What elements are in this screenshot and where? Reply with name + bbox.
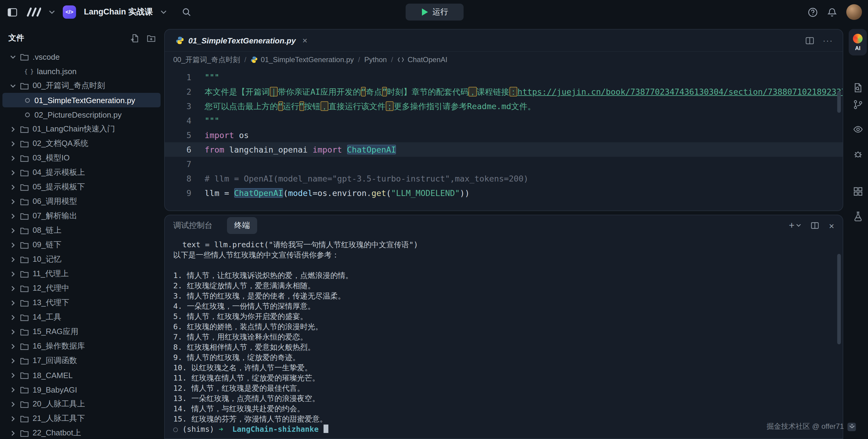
breadcrumb-folder[interactable]: 00_开篇词_奇点时刻 [173,55,240,65]
breadcrumb-language[interactable]: Python [364,56,387,64]
terminal-line: 以下是一些情人节红玫瑰的中文宣传语供你参考： [173,250,843,260]
extensions-grid-icon[interactable] [850,184,865,198]
tree-folder-08_链上[interactable]: 08_链上 [2,223,161,238]
tree-folder-.vscode[interactable]: .vscode [2,49,161,64]
ai-assistant-button[interactable]: AI [849,29,867,56]
terminal-line: 7. 情人节，用红玫瑰诠释永恒的爱恋。 [173,332,843,342]
close-icon[interactable]: × [302,36,307,45]
run-button[interactable]: 运行 [406,4,464,21]
git-branch-icon[interactable] [850,97,865,111]
tree-folder-01_LangChain快速入门[interactable]: 01_LangChain快速入门 [2,122,161,136]
code-line-3[interactable]: 3您可以点击最上方的“运行”按钮，直接运行该文件；更多操作指引请参考Readme… [165,99,843,113]
tree-folder-14_工具[interactable]: 14_工具 [2,310,161,325]
chevron-right-icon [10,126,16,132]
tree-folder-18_CAMEL[interactable]: 18_CAMEL [2,368,161,382]
file-tree: .vscode{ }launch.json00_开篇词_奇点时刻01_Simpl… [0,49,164,439]
code-line-1[interactable]: 1""" [165,70,843,85]
help-icon[interactable] [808,7,818,17]
code-line-9[interactable]: 9llm = ChatOpenAI(model=os.environ.get("… [165,186,843,200]
terminal-cursor[interactable] [323,425,329,433]
code-area[interactable]: 1"""2本文件是【开篇词｜带你亲证AI应用开发的“奇点”时刻】章节的配套代码，… [165,68,843,200]
code-link[interactable]: https://juejin.cn/book/73877023474361303… [518,87,843,97]
new-file-button[interactable] [130,33,140,42]
tree-folder-17_回调函数[interactable]: 17_回调函数 [2,353,161,368]
tree-folder-16_操作数据库[interactable]: 16_操作数据库 [2,339,161,353]
new-terminal-button[interactable]: + [789,220,801,231]
tree-folder-03_模型IO[interactable]: 03_模型IO [2,151,161,165]
more-actions-icon[interactable]: ··· [823,36,833,45]
ai-label: AI [855,45,861,51]
tree-folder-11_代理上[interactable]: 11_代理上 [2,267,161,281]
tree-folder-06_调用模型[interactable]: 06_调用模型 [2,194,161,209]
tree-folder-15_RAG应用[interactable]: 15_RAG应用 [2,325,161,339]
breadcrumb-separator: / [244,56,246,64]
tree-folder-05_提示模板下[interactable]: 05_提示模板下 [2,180,161,194]
folder-icon [20,342,29,351]
explorer-title: 文件 [8,33,24,43]
app-logo-icon[interactable] [25,7,41,17]
search-icon[interactable] [182,7,191,17]
chevron-down-icon[interactable] [161,10,166,14]
split-editor-icon[interactable] [805,36,814,45]
terminal-output[interactable]: text = llm.predict("请给我写一句情人节红玫瑰的中文宣传语")… [165,236,843,434]
sidebar-toggle-button[interactable] [7,7,18,17]
new-folder-button[interactable] [147,33,156,42]
notifications-bell-icon[interactable] [827,7,837,17]
folder-icon [20,327,29,336]
editor-tab[interactable]: 01_SimpleTextGeneration.py × [169,30,313,51]
file-explorer: 文件 .vscode{ }launch.json00_开篇词_奇点时刻01_Si… [0,24,164,439]
symbol-class-icon [397,56,404,63]
tree-file-01_SimpleTextGeneration.py[interactable]: 01_SimpleTextGeneration.py [2,93,161,107]
chevron-down-icon[interactable] [49,10,55,14]
ide-window: </> LangChain 实战课 运行 [0,0,868,439]
tree-folder-04_提示模板上[interactable]: 04_提示模板上 [2,165,161,180]
breadcrumb-file[interactable]: 01_SimpleTextGeneration.py [250,56,354,64]
breadcrumb-separator: / [358,56,360,64]
terminal-prompt[interactable]: ○ (shims) ➜ LangChain-shizhanke [173,424,843,434]
close-panel-icon[interactable]: × [829,221,834,231]
tree-folder-21_人脉工具下[interactable]: 21_人脉工具下 [2,411,161,426]
tree-folder-00_开篇词_奇点时刻[interactable]: 00_开篇词_奇点时刻 [2,78,161,93]
file-search-icon[interactable] [850,80,865,95]
code-line-8[interactable]: 8# llm = OpenAI(model_name="gpt-3.5-turb… [165,171,843,186]
code-line-4[interactable]: 4""" [165,113,843,128]
test-beaker-icon[interactable] [850,209,865,223]
tree-folder-20_人脉工具上[interactable]: 20_人脉工具上 [2,397,161,411]
tree-item-label: 08_链上 [33,225,61,236]
breadcrumb-symbol[interactable]: ChatOpenAI [397,56,447,64]
preview-eye-icon[interactable] [850,122,865,136]
split-terminal-icon[interactable] [811,221,819,230]
user-avatar[interactable] [846,4,862,20]
breadcrumb-file-label: 01_SimpleTextGeneration.py [261,56,354,64]
code-token: ” [299,101,304,111]
tab-debug-console[interactable]: 调试控制台 [173,220,213,231]
tree-folder-09_链下[interactable]: 09_链下 [2,238,161,252]
tree-folder-12_代理中[interactable]: 12_代理中 [2,281,161,296]
editor-scrollbar[interactable] [837,91,841,113]
code-line-6[interactable]: 6from langchain_openai import ChatOpenAI [165,142,843,157]
tree-folder-10_记忆[interactable]: 10_记忆 [2,252,161,267]
tree-folder-07_解析输出[interactable]: 07_解析输出 [2,209,161,223]
workspace-title[interactable]: LangChain 实战课 [84,7,153,18]
terminal-scrollbar[interactable] [837,254,841,344]
debug-bug-icon[interactable] [850,146,865,161]
code-token: # llm = OpenAI(model_name="gpt-3.5-turbo… [205,174,528,183]
code-line-2[interactable]: 2本文件是【开篇词｜带你亲证AI应用开发的“奇点”时刻】章节的配套代码，课程链接… [165,85,843,99]
python-file-icon [250,56,258,63]
tree-folder-22_Chatbot上[interactable]: 22_Chatbot上 [2,426,161,439]
tree-folder-02_文档QA系统[interactable]: 02_文档QA系统 [2,136,161,151]
breadcrumb-separator: / [391,56,393,64]
tree-item-label: 01_SimpleTextGeneration.py [34,96,135,105]
code-token: import [313,145,342,155]
tree-folder-13_代理下[interactable]: 13_代理下 [2,296,161,310]
code-line-5[interactable]: 5import os [165,128,843,142]
tree-file-launch.json[interactable]: { }launch.json [2,64,161,78]
tab-terminal[interactable]: 终端 [227,217,257,234]
play-icon [421,8,428,16]
terminal-line: 6. 红玫瑰的娇艳，装点情人节的浪漫时光。 [173,322,843,332]
tree-file-02_PictureDescription.py[interactable]: 02_PictureDescription.py [2,107,161,122]
code-token: ， [469,87,477,97]
code-token: """ [205,116,219,126]
code-line-7[interactable]: 7 [165,157,843,171]
tree-folder-19_BabyAGI[interactable]: 19_BabyAGI [2,382,161,397]
